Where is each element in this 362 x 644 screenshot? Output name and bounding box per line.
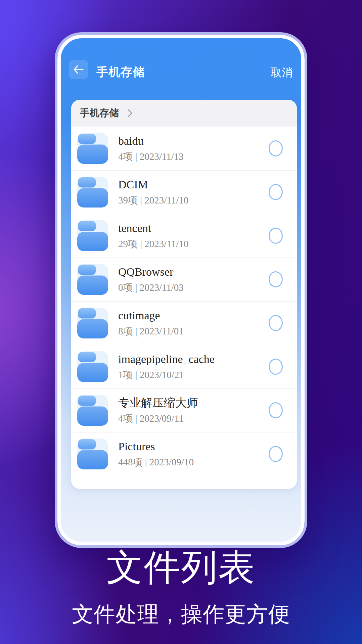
select-checkbox[interactable] <box>269 271 283 287</box>
file-row[interactable]: baidu4项 | 2023/11/13 <box>71 127 297 170</box>
select-checkbox[interactable] <box>269 140 283 156</box>
chevron-right-icon <box>127 109 133 118</box>
folder-icon <box>77 264 108 295</box>
folder-icon <box>77 133 108 164</box>
file-row[interactable]: tencent29项 | 2023/11/10 <box>71 214 297 258</box>
back-arrow-icon <box>73 64 84 75</box>
file-name: tencent <box>118 222 188 234</box>
page-title: 手机存储 <box>96 64 145 80</box>
file-meta: 39项 | 2023/11/10 <box>118 195 188 205</box>
folder-icon <box>77 220 108 251</box>
cancel-button[interactable]: 取消 <box>271 65 293 80</box>
file-meta: 1项 | 2023/10/21 <box>118 370 215 380</box>
select-checkbox[interactable] <box>269 359 283 375</box>
caption-title: 文件列表 <box>0 547 362 588</box>
select-checkbox[interactable] <box>269 402 283 418</box>
file-name: DCIM <box>118 179 188 191</box>
breadcrumb[interactable]: 手机存储 <box>71 100 297 127</box>
file-meta: 0项 | 2023/11/03 <box>118 282 184 292</box>
file-list-card: 手机存储 baidu4项 | 2023/11/13 DCIM39项 | 2023… <box>71 100 297 489</box>
file-meta: 4项 | 2023/11/13 <box>118 151 184 162</box>
folder-icon <box>77 308 108 338</box>
file-name: baidu <box>118 135 184 147</box>
folder-icon <box>77 351 108 382</box>
file-name: imagepipeline_cache <box>118 353 215 365</box>
folder-icon <box>77 177 108 208</box>
folder-icon <box>77 395 108 426</box>
folder-icon <box>77 439 108 469</box>
file-row[interactable]: cutimage8项 | 2023/11/01 <box>71 301 297 345</box>
file-row[interactable]: Pictures448项 | 2023/09/10 <box>71 432 297 476</box>
file-row[interactable]: DCIM39项 | 2023/11/10 <box>71 170 297 214</box>
select-checkbox[interactable] <box>269 446 283 462</box>
file-row[interactable]: imagepipeline_cache1项 | 2023/10/21 <box>71 345 297 388</box>
select-checkbox[interactable] <box>269 228 283 244</box>
file-meta: 8项 | 2023/11/01 <box>118 326 184 336</box>
breadcrumb-label: 手机存储 <box>80 106 119 120</box>
select-checkbox[interactable] <box>269 315 283 331</box>
file-meta: 29项 | 2023/11/10 <box>118 239 188 249</box>
file-row[interactable]: QQBrowser0项 | 2023/11/03 <box>71 258 297 301</box>
caption-subtitle: 文件处理，操作更方便 <box>0 602 362 626</box>
file-name: Pictures <box>118 441 194 453</box>
file-name: cutimage <box>118 310 184 322</box>
back-button[interactable] <box>69 60 88 79</box>
file-row[interactable]: 专业解压缩大师4项 | 2023/09/11 <box>71 388 297 432</box>
phone-mockup: 手机存储 取消 手机存储 baidu4项 | 2023/11/13 DCIM39… <box>57 35 305 545</box>
app-screen: 手机存储 取消 手机存储 baidu4项 | 2023/11/13 DCIM39… <box>61 38 301 542</box>
file-name: 专业解压缩大师 <box>118 397 198 409</box>
file-meta: 448项 | 2023/09/10 <box>118 457 194 467</box>
file-name: QQBrowser <box>118 266 184 278</box>
file-meta: 4项 | 2023/09/11 <box>118 413 198 423</box>
select-checkbox[interactable] <box>269 184 283 200</box>
